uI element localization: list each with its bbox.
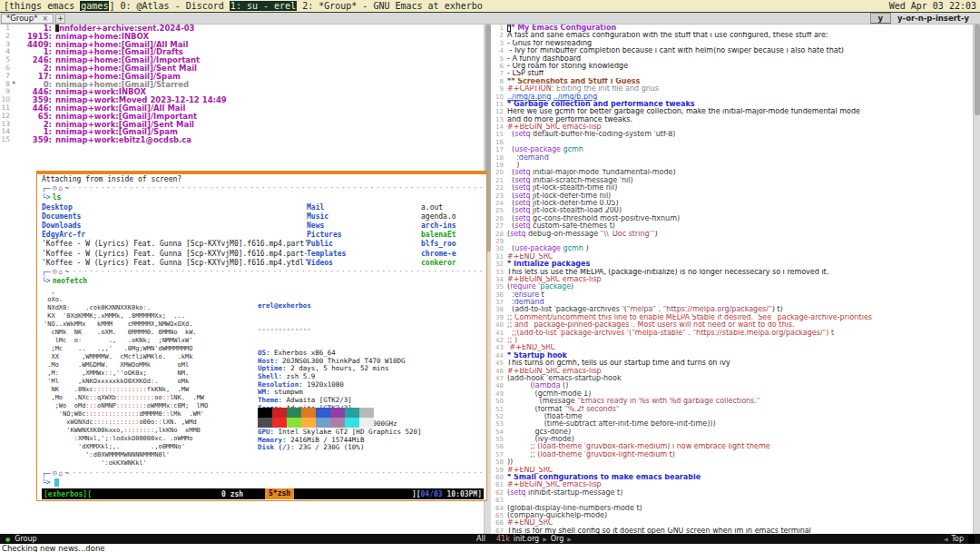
line-number: 67 bbox=[491, 527, 504, 534]
scrollbar-thumb[interactable] bbox=[975, 25, 980, 115]
org-line: 2A fast and sane emacs configuration wit… bbox=[491, 32, 973, 39]
org-line-text: :demand bbox=[507, 154, 549, 162]
ls-row: 'Koffee - W (Lyrics) Feat. Gunna [Scp-KX… bbox=[42, 240, 484, 249]
chevron-right-icon: ▶ bbox=[543, 536, 547, 542]
org-text-segment: "Emacs ready in %s with %d garbage colle… bbox=[577, 398, 760, 405]
info-key: Theme bbox=[258, 396, 279, 404]
line-number: 8 bbox=[491, 78, 504, 85]
org-line-text: (add-to-list 'package-archives '("melpa"… bbox=[507, 306, 783, 313]
org-line-text: #+BEGIN_SRC emacs-lisp bbox=[507, 481, 602, 488]
dir-name: News bbox=[307, 222, 421, 231]
group-line[interactable]: 15359:nnimap+work:ebitz1@ocdsb.ca bbox=[0, 136, 484, 144]
org-line: 3- Gnus for newsreading bbox=[491, 40, 973, 47]
org-line: 33This lets us use the MELPA, (package-i… bbox=[491, 269, 973, 276]
line-number: 19 bbox=[491, 162, 504, 169]
modeline-major-mode[interactable]: Org bbox=[551, 535, 564, 543]
ascii-art-line: NXdX0: .cok0KXNNXXK0ko:. bbox=[44, 304, 208, 312]
ls-row: 'Koffee - W (Lyrics) Feat. Gunna [Scp-KX… bbox=[42, 259, 484, 268]
terminal-window[interactable]: Attaching from inside of screen? ┌─ ☺ ⌂ … bbox=[36, 171, 487, 501]
org-text-segment: package bbox=[540, 283, 571, 291]
org-line: 22 (setq jit-lock-stealth-time nil) bbox=[491, 184, 973, 192]
org-link[interactable]: ../img/a.png bbox=[507, 94, 551, 101]
org-line: 54 gcs-done) bbox=[491, 429, 973, 436]
org-text-segment: Editing the init file and gnus bbox=[554, 85, 660, 93]
color-block bbox=[301, 418, 316, 428]
new-tab-button[interactable]: + bbox=[55, 14, 65, 24]
command-line[interactable]: └> bbox=[42, 478, 484, 488]
line-number: 44 bbox=[491, 352, 504, 360]
topbar-window-active[interactable]: 1: su - erel bbox=[230, 1, 297, 11]
topbar-window-entry[interactable]: [things emacs bbox=[4, 1, 80, 11]
line-number: 45 bbox=[491, 360, 504, 367]
key-echo-area: y y-or-n-p-insert-y bbox=[870, 13, 969, 24]
dir-name: Videos bbox=[307, 259, 421, 268]
org-text-segment: #+BEGIN_SRC emacs-lisp bbox=[507, 276, 602, 283]
line-number: 21 bbox=[491, 177, 504, 184]
key-hint-label: y-or-n-p-insert-y bbox=[897, 14, 969, 23]
org-link[interactable]: ../img/b.png bbox=[554, 94, 597, 101]
file-name: blfs_roo bbox=[421, 240, 484, 249]
info-separator: : bbox=[290, 443, 299, 451]
key-button-y[interactable]: y bbox=[870, 13, 892, 24]
topbar-window-active[interactable]: games bbox=[80, 1, 109, 11]
org-text-segment: setq bbox=[514, 215, 530, 222]
line-number: 55 bbox=[491, 436, 504, 443]
org-config-buffer[interactable]: 1** My Emacs Configuration2A fast and sa… bbox=[491, 25, 973, 534]
close-icon[interactable]: × bbox=[42, 15, 48, 23]
line-number: 20 bbox=[491, 169, 504, 176]
org-line-text: (lambda () bbox=[507, 382, 568, 389]
org-line-text: #+BEGIN_SRC emacs-lisp bbox=[507, 123, 602, 131]
org-line-text: This turns on gcmh, tells us our startup… bbox=[507, 360, 730, 367]
org-line: 10../img/a.png ../img/b.png bbox=[491, 94, 973, 101]
org-text-segment: A fast and sane emacs configuration with… bbox=[507, 32, 828, 39]
org-line: 61#+BEGIN_SRC emacs-lisp bbox=[491, 481, 973, 488]
color-block bbox=[258, 418, 272, 428]
org-line-text: (setq jit-lock-defer-time 0.05) bbox=[507, 200, 619, 207]
user-icon: ☺ bbox=[53, 469, 57, 478]
line-number: 27 bbox=[491, 222, 504, 230]
org-line: 27 (setq custom-safe-themes t) bbox=[491, 222, 973, 230]
org-text-segment: (float-time bbox=[507, 413, 583, 420]
tab-group-buffer[interactable]: *Group* × bbox=[1, 14, 54, 24]
ascii-art-line: ,M: ,XMMWx::,''oOK0x; NM. bbox=[44, 370, 208, 378]
org-line-text: - Gnus for newsreading bbox=[507, 40, 592, 47]
modeline-file-name: init.org bbox=[514, 535, 539, 543]
status-window-0[interactable]: 0 zsh bbox=[221, 490, 243, 498]
info-value: 23G / 230G (10%) bbox=[299, 443, 364, 451]
org-text-segment: use-package bbox=[514, 146, 561, 153]
topbar-window-entry[interactable]: ] 0: @Atlas - Discord bbox=[109, 1, 229, 11]
modeline-group: ● Group All bbox=[0, 534, 491, 544]
color-block bbox=[272, 408, 287, 418]
line-number: 43 bbox=[491, 344, 504, 351]
org-line: 11* Garbage collection and performance t… bbox=[491, 101, 973, 108]
info-value: 1920x1080 bbox=[307, 380, 344, 389]
ascii-art-line: :XMNxl,';:lodxkO00000xc. .oWMMo bbox=[44, 435, 208, 443]
org-text-segment: - Ivy for minibuffer completion because … bbox=[507, 47, 844, 54]
ascii-art-line: .Mo .WMGDMW. XMWOoMMk oMl bbox=[44, 361, 208, 370]
org-line-text: (global-display-line-numbers-mode t) bbox=[507, 505, 642, 512]
tab-label: *Group* bbox=[6, 14, 37, 23]
org-text-segment: ) bbox=[571, 283, 573, 291]
info-key: Shell bbox=[258, 372, 279, 380]
org-line-text: (ivy-mode) bbox=[507, 436, 574, 443]
org-line: 24 (setq jit-lock-defer-time 0.05) bbox=[491, 200, 973, 207]
org-line-text: gcs-done) bbox=[507, 429, 571, 436]
info-key: Host bbox=[258, 357, 274, 365]
org-line: 37 :demand bbox=[491, 299, 973, 306]
text-cursor bbox=[55, 25, 59, 32]
ascii-art-line: oXo. bbox=[44, 296, 208, 304]
org-text-segment: debug-on-message bbox=[525, 231, 600, 238]
terminal-cursor bbox=[54, 478, 59, 487]
modeline-buffer-name: Group bbox=[15, 535, 36, 543]
right-window-scrollbar[interactable] bbox=[973, 25, 980, 534]
org-text-segment: (ivy-mode) bbox=[507, 436, 574, 443]
prompt-separator: ········································… bbox=[72, 184, 484, 193]
org-line: 5- A funny dashboard bbox=[491, 55, 973, 63]
line-number: 54 bbox=[491, 429, 504, 436]
ls-row: EdgyArc-frPicturesbalenaEt bbox=[42, 231, 484, 240]
org-text-segment: - A funny dashboard bbox=[507, 55, 581, 63]
topbar-window-entry[interactable]: 2: *Group* - GNU Emacs at exherbo bbox=[297, 1, 483, 11]
org-line: 48 (lambda () bbox=[491, 382, 973, 389]
status-window-active[interactable]: 5*zsh bbox=[265, 488, 294, 499]
line-number: 46 bbox=[491, 368, 504, 375]
